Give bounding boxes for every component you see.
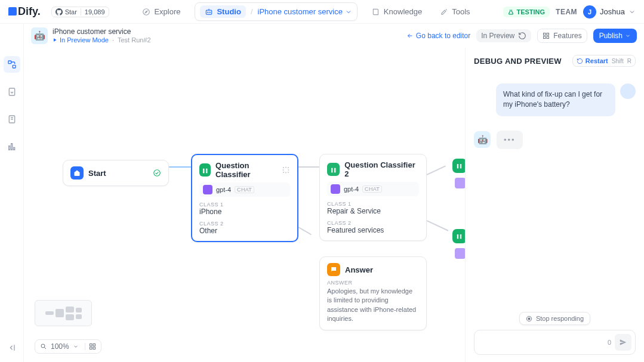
- top-navbar: Dify. Star 19,089 Explore Studio / iPhon…: [0, 0, 644, 24]
- edge: [427, 165, 446, 175]
- node-peek-model: [455, 178, 466, 188]
- rail-workflow[interactable]: [4, 56, 20, 73]
- svg-rect-19: [547, 33, 549, 36]
- document-icon: [7, 115, 17, 124]
- rail-docs[interactable]: [4, 111, 20, 128]
- nav-studio-app-label: iPhone customer service: [258, 7, 343, 16]
- avatar: J: [583, 5, 596, 18]
- class-label: CLASS 1: [327, 201, 419, 207]
- rail-collapse[interactable]: [4, 339, 20, 356]
- svg-rect-8: [9, 88, 14, 95]
- svg-rect-7: [13, 65, 16, 68]
- logo-mark-icon: [8, 7, 17, 16]
- node-answer[interactable]: Answer ANSWER Apologies, but my knowledg…: [319, 256, 427, 330]
- model-name: gpt-4: [344, 185, 359, 193]
- model-tag: CHAT: [235, 186, 254, 193]
- svg-rect-14: [13, 147, 14, 150]
- restart-label: Restart: [586, 57, 608, 64]
- node-peek-model: [455, 248, 466, 259]
- bot-icon: [205, 8, 213, 16]
- back-to-editor[interactable]: Go back to editor: [406, 32, 470, 40]
- arrow-left-icon: [406, 32, 414, 39]
- chevron-down-icon: [73, 344, 79, 349]
- kbd-shift: Shift: [612, 58, 624, 64]
- svg-rect-28: [93, 347, 95, 349]
- model-tag: CHAT: [362, 185, 382, 193]
- class-label: CLASS 1: [199, 202, 290, 208]
- doc-arrow-icon: [7, 87, 17, 97]
- token-count: 0: [608, 339, 611, 346]
- nav-studio-app[interactable]: iPhone customer service: [258, 7, 352, 16]
- svg-rect-25: [90, 344, 92, 346]
- svg-rect-30: [528, 318, 530, 320]
- logo[interactable]: Dify.: [8, 5, 41, 18]
- debug-panel: DEBUG AND PREVIEW Restart Shift R What k…: [465, 48, 644, 362]
- beaker-icon: [508, 9, 514, 15]
- left-rail: [0, 24, 24, 362]
- zoom-control[interactable]: 100%: [35, 339, 101, 354]
- github-icon: [56, 8, 63, 16]
- node-qc1-title: Question Classifier: [215, 161, 277, 179]
- chart-icon: [7, 142, 17, 151]
- svg-rect-21: [547, 36, 549, 39]
- rail-analytics[interactable]: [4, 138, 20, 155]
- workflow-canvas[interactable]: Start ⫿⫿ Question Classifier gpt-4 CHAT …: [24, 48, 465, 362]
- restart-icon: [577, 58, 583, 64]
- send-button[interactable]: [615, 334, 631, 351]
- answer-label: ANSWER: [327, 280, 419, 286]
- nav-tools-label: Tools: [452, 7, 470, 16]
- team-link[interactable]: TEAM: [556, 8, 577, 16]
- github-star-count: 19,089: [81, 8, 105, 16]
- rail-logs[interactable]: [4, 83, 20, 100]
- nav-explore-label: Explore: [154, 7, 180, 16]
- home-icon: [70, 166, 84, 180]
- node-start[interactable]: Start: [63, 160, 169, 186]
- env-badge-label: TESTING: [516, 8, 545, 16]
- class-value: Featured services: [327, 226, 419, 234]
- nav-studio-label: Studio: [217, 7, 241, 16]
- search-icon: [40, 343, 47, 350]
- user-message-text: What kind of fix-up can I get for my iPh…: [496, 83, 615, 116]
- model-chip: gpt-4 CHAT: [327, 182, 419, 196]
- node-question-classifier-1[interactable]: ⫿⫿ Question Classifier gpt-4 CHAT CLASS …: [191, 154, 298, 242]
- preview-toggle-label: In Preview: [481, 32, 514, 40]
- node-question-classifier-2[interactable]: ⫿⫿ Question Classifier 2 gpt-4 CHAT CLAS…: [319, 154, 427, 241]
- env-badge: TESTING: [503, 7, 550, 17]
- nav-knowledge[interactable]: Knowledge: [368, 5, 426, 18]
- model-chip: gpt-4 CHAT: [199, 182, 290, 197]
- minimap[interactable]: [35, 300, 92, 326]
- github-star[interactable]: Star 19,089: [51, 7, 109, 17]
- book-icon: [372, 8, 380, 16]
- svg-rect-26: [93, 344, 95, 346]
- layout-icon[interactable]: [85, 343, 96, 350]
- restart-button[interactable]: Restart Shift R: [572, 55, 636, 67]
- class-value: Repair & Service: [327, 207, 419, 215]
- stop-icon: [526, 315, 532, 322]
- chat-bot-typing: 🤖 •••: [474, 131, 636, 149]
- tools-icon: [440, 8, 448, 16]
- nav-tools[interactable]: Tools: [436, 5, 473, 18]
- class-value: iPhone: [199, 208, 290, 216]
- publish-button[interactable]: Publish: [593, 29, 637, 43]
- model-name: gpt-4: [216, 186, 231, 193]
- user-menu[interactable]: J Joshua: [583, 5, 636, 18]
- chevron-down-icon: [625, 33, 631, 39]
- preview-mode-label: In Preview Mode: [53, 36, 109, 44]
- nav-studio[interactable]: Studio: [200, 5, 245, 18]
- app-title: iPhone customer service: [53, 27, 151, 36]
- features-button[interactable]: Features: [537, 29, 587, 43]
- answer-text: Apologies, but my knowledge is limited t…: [327, 287, 419, 324]
- stop-responding-button[interactable]: Stop responding: [519, 312, 590, 325]
- user-avatar-icon: [620, 83, 636, 99]
- classifier-icon: ⫿⫿: [199, 163, 211, 177]
- compass-icon: [142, 8, 150, 16]
- chat-input[interactable]: [478, 336, 604, 349]
- workflow-header: 🤖 iPhone customer service In Preview Mod…: [24, 24, 644, 48]
- debug-title: DEBUG AND PREVIEW: [474, 57, 562, 66]
- svg-line-24: [44, 347, 46, 349]
- svg-point-3: [208, 12, 208, 13]
- svg-rect-2: [207, 10, 212, 14]
- features-label: Features: [553, 32, 581, 40]
- nav-explore[interactable]: Explore: [138, 5, 184, 18]
- preview-toggle[interactable]: In Preview: [476, 29, 531, 42]
